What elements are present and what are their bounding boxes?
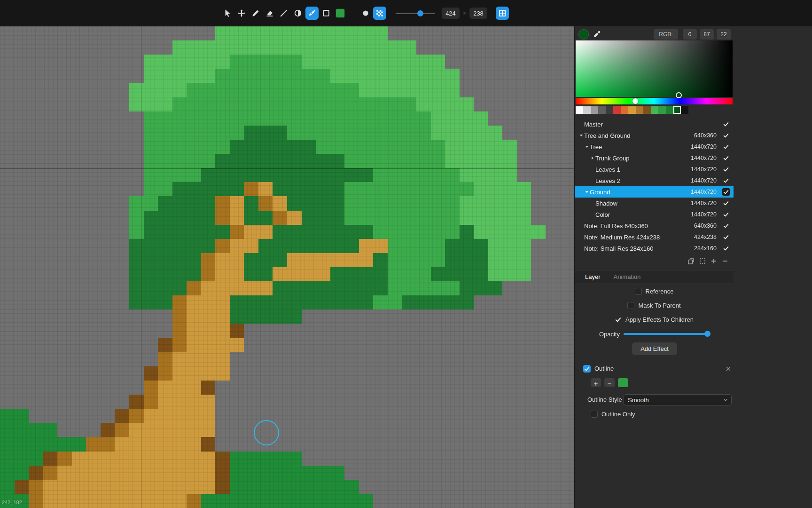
outline-style-label: Outline Style xyxy=(587,396,622,403)
palette-swatch-1[interactable] xyxy=(583,106,591,114)
layer-visibility-checkbox[interactable] xyxy=(722,177,730,184)
checkbox-reference[interactable] xyxy=(635,288,642,295)
palette-swatch-11[interactable] xyxy=(658,106,666,114)
transform-layer-icon[interactable] xyxy=(699,257,706,265)
pixel-canvas[interactable] xyxy=(0,26,574,508)
round-brush-icon xyxy=(361,9,370,17)
layer-visibility-checkbox[interactable] xyxy=(722,166,730,173)
palette-swatch-8[interactable] xyxy=(636,106,643,114)
add-layer-icon[interactable] xyxy=(710,257,718,265)
checkbox-apply-effects-to-children[interactable] xyxy=(615,316,622,323)
palette-swatch-14[interactable] xyxy=(681,106,688,114)
brush-size-slider[interactable] xyxy=(396,13,435,14)
layer-visibility-checkbox[interactable] xyxy=(722,132,730,139)
palette-swatch-3[interactable] xyxy=(598,106,606,114)
eyedropper-icon[interactable] xyxy=(593,30,601,39)
palette-swatch-2[interactable] xyxy=(591,106,598,114)
disclosure-collapsed-icon[interactable] xyxy=(590,155,595,161)
option-row-reference: Reference xyxy=(575,286,734,296)
layer-row-master[interactable]: Master xyxy=(575,119,734,130)
palette-swatch-7[interactable] xyxy=(628,106,636,114)
layer-visibility-checkbox[interactable] xyxy=(722,154,730,162)
layer-row-color[interactable]: Color1440x720 xyxy=(575,209,734,220)
tab-layer[interactable]: Layer xyxy=(585,273,601,280)
layer-row-note-small-res-284x160[interactable]: Note: Small Res 284x160284x160 xyxy=(575,243,734,254)
tool-rect-button[interactable] xyxy=(320,7,333,20)
opacity-slider-thumb[interactable] xyxy=(704,331,710,337)
tool-swatch-button[interactable] xyxy=(334,7,347,20)
palette-swatch-13[interactable] xyxy=(673,106,681,114)
saturation-value-picker[interactable] xyxy=(576,40,733,97)
palette-swatch-12[interactable] xyxy=(666,106,673,114)
tool-move-button[interactable] xyxy=(235,7,248,20)
layer-visibility-checkbox[interactable] xyxy=(722,245,730,252)
grid-icon xyxy=(498,9,507,17)
effect-add-color-button[interactable] xyxy=(591,378,601,387)
red-value-field[interactable]: 0 xyxy=(683,29,697,40)
disclosure-spacer xyxy=(590,167,595,172)
palette-swatch-0[interactable] xyxy=(576,106,583,114)
tool-line-button[interactable] xyxy=(277,7,290,20)
add-effect-button[interactable]: Add Effect xyxy=(632,342,677,355)
remove-layer-icon[interactable] xyxy=(721,257,729,265)
effect-enabled-checkbox[interactable] xyxy=(583,365,591,373)
tab-animation[interactable]: Animation xyxy=(614,273,641,280)
layer-row-note-medium-res-424x238[interactable]: Note: Medium Res 424x238424x238 xyxy=(575,231,734,243)
brush-size-slider-thumb[interactable] xyxy=(417,10,423,16)
palette-swatch-4[interactable] xyxy=(606,106,613,114)
blue-value-field[interactable]: 22 xyxy=(717,29,731,40)
outline-color-swatch[interactable] xyxy=(618,378,628,387)
disclosure-expanded-icon[interactable] xyxy=(578,133,584,138)
green-value-field[interactable]: 87 xyxy=(700,29,714,40)
layer-row-trunk-group[interactable]: Trunk Group1440x720 xyxy=(575,152,734,164)
layer-row-leaves-1[interactable]: Leaves 11440x720 xyxy=(575,164,734,175)
layer-visibility-checkbox[interactable] xyxy=(722,188,730,196)
opacity-slider[interactable] xyxy=(624,333,710,335)
rgb-mode-button[interactable]: RGB: xyxy=(654,29,678,40)
outline-style-dropdown[interactable]: Smooth xyxy=(624,394,732,405)
duplicate-layer-icon[interactable] xyxy=(687,257,695,265)
canvas-height-input[interactable]: 238 xyxy=(469,8,487,19)
layer-name: Shadow xyxy=(595,200,691,207)
layer-row-ground[interactable]: Ground1440x720 xyxy=(575,186,734,198)
hue-slider-thumb[interactable] xyxy=(632,98,638,104)
palette-swatch-5[interactable] xyxy=(613,106,621,114)
layer-row-tree[interactable]: Tree1440x720 xyxy=(575,141,734,152)
tool-eraser-button[interactable] xyxy=(263,7,276,20)
checkbox-mask-to-parent[interactable] xyxy=(627,302,634,309)
tool-pencil-button[interactable] xyxy=(249,7,262,20)
palette-swatch-10[interactable] xyxy=(651,106,658,114)
layer-visibility-checkbox[interactable] xyxy=(722,199,730,207)
canvas-area[interactable]: 242, 182 xyxy=(0,26,574,508)
canvas-width-input[interactable]: 424 xyxy=(442,8,460,19)
disclosure-expanded-icon[interactable] xyxy=(584,144,590,150)
layer-visibility-checkbox[interactable] xyxy=(722,233,730,241)
layer-row-leaves-2[interactable]: Leaves 21440x720 xyxy=(575,175,734,186)
palette-swatch-9[interactable] xyxy=(643,106,651,114)
tool-round-brush-button[interactable] xyxy=(359,7,372,20)
grid-toggle-button[interactable] xyxy=(496,7,509,20)
layer-row-note-full-res-640x360[interactable]: Note: Full Res 640x360640x360 xyxy=(575,220,734,231)
tool-cursor-button[interactable] xyxy=(221,7,234,20)
current-color-swatch[interactable] xyxy=(578,29,589,40)
opacity-row: Opacity xyxy=(575,329,734,339)
layer-name: Tree xyxy=(590,143,691,151)
remove-effect-icon[interactable] xyxy=(725,365,732,372)
canvas-height-value: 238 xyxy=(473,10,484,17)
tool-dither-button[interactable] xyxy=(373,7,386,20)
effect-remove-color-button[interactable] xyxy=(604,378,615,387)
disclosure-spacer xyxy=(590,200,595,206)
disclosure-expanded-icon[interactable] xyxy=(584,189,590,195)
rect-icon xyxy=(322,9,330,17)
layer-visibility-checkbox[interactable] xyxy=(722,120,730,128)
layer-row-tree-and-ground[interactable]: Tree and Ground640x360 xyxy=(575,130,734,141)
layer-visibility-checkbox[interactable] xyxy=(722,211,730,218)
layer-visibility-checkbox[interactable] xyxy=(722,222,730,230)
palette-swatch-6[interactable] xyxy=(621,106,628,114)
layer-row-shadow[interactable]: Shadow1440x720 xyxy=(575,198,734,209)
tool-brush-button[interactable] xyxy=(305,7,319,20)
tool-contrast-button[interactable] xyxy=(291,7,304,20)
outline-only-checkbox[interactable] xyxy=(591,411,598,418)
hue-slider[interactable] xyxy=(576,98,733,104)
layer-visibility-checkbox[interactable] xyxy=(722,143,730,151)
